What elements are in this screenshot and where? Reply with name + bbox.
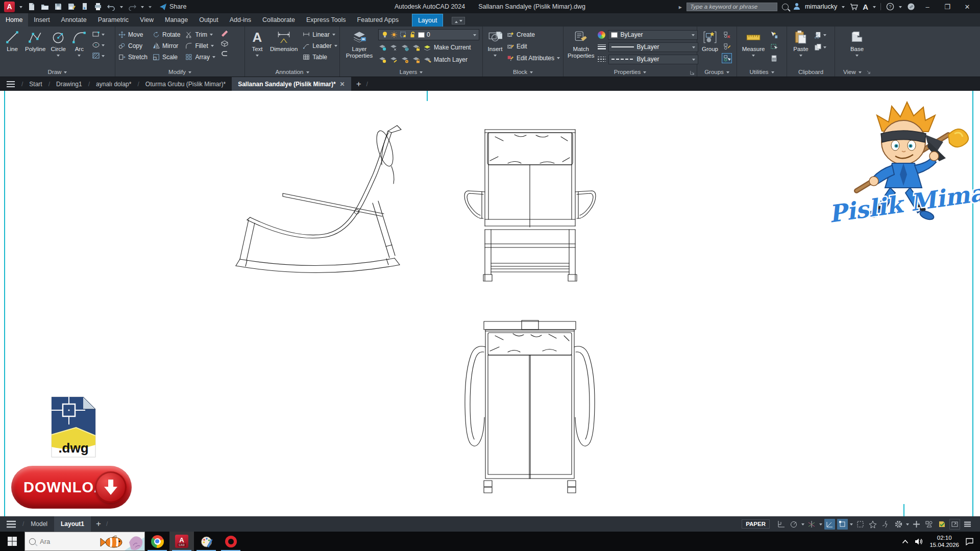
grid-icon[interactable] xyxy=(776,519,787,530)
panel-label-layers[interactable]: Layers xyxy=(340,67,482,77)
taskbar-app-autocad[interactable]: ACAD xyxy=(169,532,194,551)
speaker-icon[interactable] xyxy=(915,538,923,545)
panel-label-utilities[interactable]: Utilities xyxy=(737,67,787,77)
search-history-arrow[interactable]: ▸ xyxy=(679,3,682,11)
customization-plus-icon[interactable] xyxy=(911,519,922,530)
layer-lock2-icon[interactable] xyxy=(412,43,420,52)
layer-lock3-icon[interactable] xyxy=(412,56,420,64)
tab-express-tools[interactable]: Express Tools xyxy=(301,13,352,27)
user-menu-chevron-icon[interactable] xyxy=(842,6,845,10)
autodesk-menu-chevron-icon[interactable] xyxy=(873,6,876,10)
layer-selector[interactable]: 0 xyxy=(378,29,479,40)
view-launcher-icon[interactable] xyxy=(866,70,871,74)
edit-attributes-button[interactable]: Edit Attributes xyxy=(507,53,560,63)
panel-label-draw[interactable]: Draw xyxy=(0,67,115,77)
group-edit-icon[interactable] xyxy=(722,41,732,52)
quick-access-customize-icon[interactable] xyxy=(149,6,152,10)
make-current-button[interactable]: Make Current xyxy=(423,42,471,53)
undo-dropdown-icon[interactable] xyxy=(120,6,123,10)
redo-icon[interactable] xyxy=(128,3,136,11)
graphics-performance-icon[interactable] xyxy=(937,519,947,530)
edit-block-button[interactable]: Edit xyxy=(507,41,560,52)
selection-cycling-icon[interactable] xyxy=(855,519,866,530)
tab-featured-apps[interactable]: Featured Apps xyxy=(352,13,404,27)
clean-screen-icon[interactable] xyxy=(949,519,960,530)
tab-view[interactable]: View xyxy=(134,13,159,27)
insert-button[interactable]: Insert xyxy=(486,29,504,58)
rotate-button[interactable]: Rotate xyxy=(153,29,180,40)
file-tab-menu-button[interactable] xyxy=(0,77,21,91)
layer-unlock-icon[interactable] xyxy=(409,31,416,38)
isolate-objects-icon[interactable] xyxy=(924,519,935,530)
file-tab-drawing1[interactable]: Drawing1 xyxy=(50,77,88,91)
layer-isolate-icon[interactable] xyxy=(400,31,407,38)
close-tab-icon[interactable]: ✕ xyxy=(340,81,345,88)
panel-label-annotation[interactable]: Annotation xyxy=(245,67,339,77)
paper-space-button[interactable]: PAPER xyxy=(742,519,770,529)
panel-label-view[interactable]: View xyxy=(835,67,980,77)
match-layer-button[interactable]: Match Layer xyxy=(423,54,468,65)
undo-icon[interactable] xyxy=(107,3,115,11)
erase-icon[interactable] xyxy=(220,29,229,37)
panel-label-clipboard[interactable]: Clipboard xyxy=(787,67,835,77)
polyline-button[interactable]: Polyline xyxy=(24,29,46,53)
lineweight-select[interactable]: ByLayer xyxy=(608,42,698,52)
tab-manage[interactable]: Manage xyxy=(159,13,193,27)
ungroup-icon[interactable] xyxy=(722,30,732,40)
file-tab-aynali-dolap[interactable]: aynalı dolap* xyxy=(90,77,137,91)
customize-menu-icon[interactable] xyxy=(962,519,973,530)
chevron-down-icon[interactable] xyxy=(19,6,22,10)
polar-dropdown-icon[interactable] xyxy=(801,523,804,527)
layer-dropdown-icon[interactable] xyxy=(473,34,476,38)
dialog-launcher-icon[interactable] xyxy=(690,70,695,75)
tab-annotate[interactable]: Annotate xyxy=(56,13,92,27)
object-snap-icon[interactable] xyxy=(837,519,848,530)
quick-calc-region-icon[interactable] xyxy=(769,41,779,52)
minimize-button[interactable]: – xyxy=(920,3,935,11)
close-button[interactable]: ✕ xyxy=(960,3,975,11)
taskbar-app-opera[interactable] xyxy=(218,532,243,551)
table-button[interactable]: Table xyxy=(303,52,337,62)
share-button[interactable]: Share xyxy=(159,3,186,11)
paste-button[interactable]: Paste xyxy=(790,29,812,58)
base-button[interactable]: Base xyxy=(845,29,869,58)
annotation-visibility-icon[interactable] xyxy=(868,519,878,530)
tab-collaborate[interactable]: Collaborate xyxy=(257,13,301,27)
panel-label-block[interactable]: Block xyxy=(483,67,563,77)
create-block-button[interactable]: Create xyxy=(507,29,560,40)
new-layout-button[interactable]: + xyxy=(91,519,106,529)
linetype-icon[interactable] xyxy=(598,57,606,62)
layer-isolate2-icon[interactable] xyxy=(389,43,398,52)
dimension-button[interactable]: Dimension xyxy=(269,29,299,53)
tab-output[interactable]: Output xyxy=(193,13,224,27)
isodraft-icon[interactable] xyxy=(806,519,817,530)
layer-thaw-icon[interactable] xyxy=(389,56,398,64)
start-button[interactable] xyxy=(0,532,24,551)
drawing-canvas[interactable]: Pislik Mimar .dwg DOWNLOAD xyxy=(0,91,980,516)
tab-insert[interactable]: Insert xyxy=(28,13,55,27)
username[interactable]: mimarlucky xyxy=(805,3,837,10)
user-avatar-icon[interactable] xyxy=(793,3,800,10)
taskbar-app-paint[interactable] xyxy=(194,532,218,551)
tab-layout[interactable]: Layout xyxy=(412,14,443,27)
layout-menu-button[interactable] xyxy=(0,520,22,528)
layer-freeze2-icon[interactable] xyxy=(401,43,409,52)
layer-on-bulb-icon[interactable] xyxy=(381,31,388,38)
autodesk-account-icon[interactable]: A xyxy=(863,3,868,11)
line-button[interactable]: Line xyxy=(3,29,21,53)
file-tab-sallanan-sandalye[interactable]: Sallanan Sandalye (Pislik Mimar)*✕ xyxy=(232,77,351,91)
measure-button[interactable]: Measure xyxy=(740,29,767,58)
match-properties-button[interactable]: Match Properties xyxy=(567,29,595,60)
taskbar-search-box[interactable] xyxy=(24,532,145,551)
circle-button[interactable]: Circle xyxy=(49,29,67,58)
model-tab[interactable]: Model xyxy=(24,516,54,532)
ellipse-tool-button[interactable] xyxy=(92,40,105,50)
lineweight-icon[interactable] xyxy=(598,44,606,50)
plot-icon[interactable] xyxy=(80,3,89,11)
autocad-app-icon[interactable]: A xyxy=(4,2,15,12)
isodraft-dropdown-icon[interactable] xyxy=(819,523,822,527)
group-button[interactable]: Group xyxy=(699,29,721,53)
save-icon[interactable] xyxy=(54,3,62,11)
linear-dimension-button[interactable]: Linear xyxy=(303,29,337,40)
array-button[interactable]: Array xyxy=(185,52,215,62)
